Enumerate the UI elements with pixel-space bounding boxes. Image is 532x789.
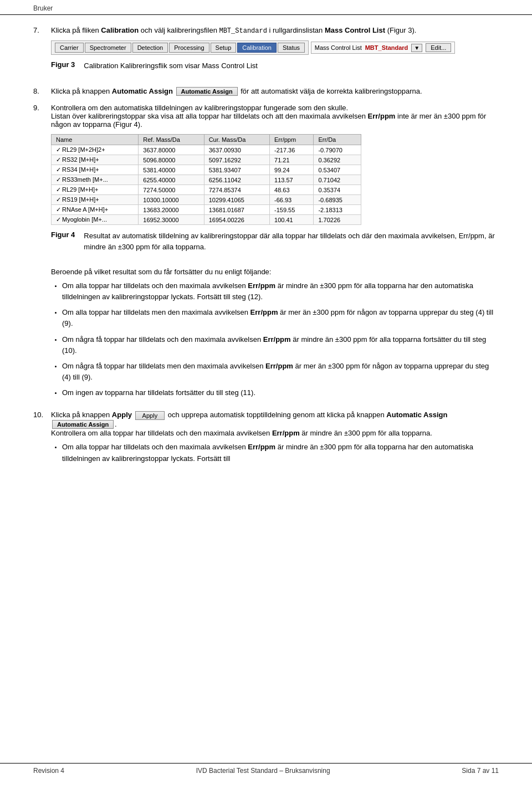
errppm-label-9: Err/ppm: [368, 112, 396, 120]
apply-bold: Apply: [112, 411, 132, 419]
automatic-assign-button-img[interactable]: Automatic Assign: [176, 87, 238, 96]
dropdown-button[interactable]: ▼: [411, 44, 422, 52]
figure-3-label: Figur 3: [51, 60, 75, 71]
table-cell-4-1: 7274.50000: [139, 185, 204, 195]
section-10-kontrollera: Kontrollera om alla toppar har tilldelat…: [51, 429, 499, 437]
table-row: ✓RS34 [M+H]+5381.400005381.9340799.240.5…: [52, 165, 361, 175]
table-cell-6-3: -159.55: [270, 205, 314, 215]
beroende-section: Beroende på vilket resultat som du får f…: [33, 268, 499, 403]
section-7: 7. Klicka på fliken Calibration och välj…: [33, 26, 499, 79]
col-name: Name: [52, 135, 139, 145]
table-row: ✓Myoglobin [M+...16952.3000016954.002261…: [52, 215, 361, 225]
table-cell-2-4: 0.53407: [314, 165, 361, 175]
section-7-body: Klicka på fliken Calibration och välj ka…: [51, 26, 499, 79]
list-item-1: Om alla toppar har tilldelats och den ma…: [62, 280, 499, 303]
apply-button-img[interactable]: Apply: [135, 411, 165, 420]
tab-status[interactable]: Status: [278, 43, 305, 53]
brand-name: Bruker: [33, 4, 53, 12]
mass-control-list-label: Mass Control List: [325, 26, 385, 34]
table-cell-1-1: 5096.80000: [139, 155, 204, 165]
table-cell-3-2: 6256.11042: [204, 175, 269, 185]
table-cell-6-1: 13683.20000: [139, 205, 204, 215]
table-cell-0-2: 3637.00930: [204, 145, 269, 155]
main-content: 7. Klicka på fliken Calibration och välj…: [0, 15, 532, 510]
errppm-b1: Err/ppm: [248, 281, 275, 290]
errppm-b3: Err/ppm: [263, 335, 291, 344]
table-cell-1-4: 0.36292: [314, 155, 361, 165]
list-item-2: Om alla toppar har tilldelats men den ma…: [62, 307, 499, 329]
table-cell-5-4: -0.68935: [314, 195, 361, 205]
check-icon: ✓: [56, 206, 61, 213]
section-8: 8. Klicka på knappen Automatic Assign Au…: [33, 87, 499, 96]
col-ref-mass: Ref. Mass/Da: [139, 135, 204, 145]
automatic-assign-bold-10: Automatic Assign: [386, 411, 447, 419]
figure-4-container: Name Ref. Mass/Da Cur. Mass/Da Err/ppm E…: [51, 134, 499, 252]
table-row: ✓RS19 [M+H]+10300.1000010299.41065-66.93…: [52, 195, 361, 205]
list-item-5: Om ingen av topparna har tilldelats fort…: [62, 387, 499, 398]
toolbar-screenshot: Carrier Spectrometer Detection Processin…: [51, 40, 499, 57]
table-cell-5-2: 10299.41065: [204, 195, 269, 205]
calibration-toolbar: Carrier Spectrometer Detection Processin…: [51, 40, 309, 55]
tab-setup[interactable]: Setup: [211, 43, 237, 53]
section-10-num: 10.: [33, 411, 47, 468]
beroende-body: Beroende på vilket resultat som du får f…: [51, 268, 499, 403]
figure-3-container: Carrier Spectrometer Detection Processin…: [51, 40, 499, 71]
tab-detection[interactable]: Detection: [132, 43, 168, 53]
col-err-da: Err/Da: [314, 135, 361, 145]
beroende-list: Om alla toppar har tilldelats och den ma…: [62, 280, 499, 398]
table-cell-3-3: 113.57: [270, 175, 314, 185]
errppm-b4: Err/ppm: [265, 362, 293, 370]
table-cell-0-4: -0.79070: [314, 145, 361, 155]
section-9-num: 9.: [33, 104, 47, 260]
table-cell-2-2: 5381.93407: [204, 165, 269, 175]
tab-carrier[interactable]: Carrier: [55, 43, 84, 53]
figure-3-caption: Figur 3 Calibration Kalibreringsflik som…: [51, 60, 499, 71]
section-9: 9. Kontrollera om den automatiska tillde…: [33, 104, 499, 260]
document-header: Bruker: [0, 0, 532, 15]
section-7-text: Klicka på fliken Calibration och välj ka…: [51, 26, 499, 35]
section-9-text-main: Kontrollera om den automatiska tilldelni…: [51, 104, 499, 112]
table-cell-2-1: 5381.40000: [139, 165, 204, 175]
table-cell-5-1: 10300.10000: [139, 195, 204, 205]
section-10-text: Klicka på knappen Apply Apply och upprep…: [51, 411, 499, 429]
table-cell-2-3: 99.24: [270, 165, 314, 175]
table-cell-6-4: -2.18313: [314, 205, 361, 215]
errppm-10: Err/ppm: [272, 429, 300, 437]
table-header-row: Name Ref. Mass/Da Cur. Mass/Da Err/ppm E…: [52, 135, 361, 145]
check-icon: ✓: [56, 186, 61, 193]
table-cell-0-0: ✓RL29 [M+2H]2+: [52, 145, 139, 155]
table-row: ✓RNAse A [M+H]+13683.2000013681.01687-15…: [52, 205, 361, 215]
table-cell-2-0: ✓RS34 [M+H]+: [52, 165, 139, 175]
table-cell-6-0: ✓RNAse A [M+H]+: [52, 205, 139, 215]
table-cell-3-1: 6255.40000: [139, 175, 204, 185]
tab-processing[interactable]: Processing: [169, 43, 209, 53]
section-8-num: 8.: [33, 87, 47, 96]
errppm-b2: Err/ppm: [250, 308, 278, 316]
table-cell-1-3: 71.21: [270, 155, 314, 165]
col-err-ppm: Err/ppm: [270, 135, 314, 145]
automatic-assign-button-img-10[interactable]: Automatic Assign: [52, 420, 114, 429]
table-cell-3-4: 0.71042: [314, 175, 361, 185]
check-icon: ✓: [56, 196, 61, 203]
section-7-num: 7.: [33, 26, 47, 79]
table-row: ✓RL29 [M+H]+7274.500007274.8537448.630.3…: [52, 185, 361, 195]
section-10-list-item-1: Om alla toppar har tilldelats och den ma…: [62, 442, 499, 464]
table-row: ✓RL29 [M+2H]2+3637.800003637.00930-217.3…: [52, 145, 361, 155]
list-item-4: Om några få toppar har tilldelats men de…: [62, 361, 499, 383]
tab-spectrometer[interactable]: Spectrometer: [85, 43, 131, 53]
mass-control-list-text: Mass Control List: [315, 44, 362, 51]
list-item-3: Om några få toppar har tilldelats och de…: [62, 334, 499, 356]
check-icon: ✓: [56, 216, 61, 223]
tab-calibration[interactable]: Calibration: [237, 43, 277, 53]
section-8-body: Klicka på knappen Automatic Assign Autom…: [51, 87, 499, 96]
table-row: ✓RS32 [M+H]+5096.800005097.1629271.210.3…: [52, 155, 361, 165]
footer-title: IVD Bacterial Test Standard – Bruksanvis…: [196, 767, 330, 775]
table-cell-4-4: 0.35374: [314, 185, 361, 195]
table-cell-7-1: 16952.30000: [139, 215, 204, 225]
footer-page: Sida 7 av 11: [462, 767, 499, 775]
edit-button[interactable]: Edit...: [426, 43, 451, 52]
section-10-list: Om alla toppar har tilldelats och den ma…: [62, 442, 499, 464]
table-row: ✓RS33meth [M+...6255.400006256.11042113.…: [52, 175, 361, 185]
table-cell-6-2: 13681.01687: [204, 205, 269, 215]
beroende-intro: Beroende på vilket resultat som du får f…: [51, 268, 499, 276]
